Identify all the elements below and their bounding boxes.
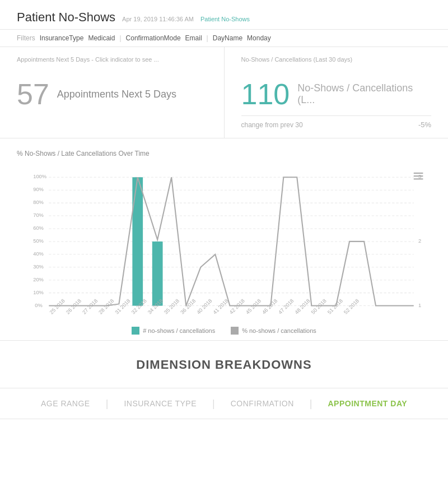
kpi-right: No-Shows / Cancellations (Last 30 days) … — [225, 47, 449, 138]
header-date: Apr 19, 2019 11:46:36 AM — [122, 16, 194, 22]
kpi-change-value: -5% — [418, 120, 431, 129]
svg-text:31 2018: 31 2018 — [114, 298, 132, 316]
filter-insurance-type-key: InsuranceType — [40, 34, 84, 42]
svg-text:35 2018: 35 2018 — [163, 298, 180, 316]
chart-container: .axis-label { font-size: 9px; fill: #aaa… — [17, 164, 431, 321]
svg-text:0%: 0% — [35, 303, 43, 308]
svg-rect-16 — [414, 178, 423, 179]
svg-text:70%: 70% — [33, 212, 44, 218]
tab-insurance-type[interactable]: INSURANCE TYPE — [108, 399, 212, 408]
svg-rect-29 — [152, 242, 163, 306]
kpi-left-text: Appointments Next 5 Days — [57, 89, 176, 100]
chart-title: % No-Shows / Late Cancellations Over Tim… — [17, 150, 431, 157]
svg-text:100%: 100% — [33, 174, 46, 179]
svg-text:10%: 10% — [33, 290, 44, 295]
svg-text:60%: 60% — [33, 225, 44, 231]
bottom-tabs: AGE RANGE | INSURANCE TYPE | CONFIRMATIO… — [0, 388, 448, 419]
svg-text:90%: 90% — [33, 187, 44, 192]
svg-text:26 2018: 26 2018 — [65, 298, 82, 316]
page-title: Patient No-Shows — [17, 10, 115, 25]
svg-text:1: 1 — [418, 303, 421, 308]
header-link[interactable]: Patient No-Shows — [200, 16, 250, 22]
filter-day-name-value: Monday — [247, 34, 271, 42]
filters-label: Filters — [17, 34, 35, 42]
svg-text:41 2018: 41 2018 — [212, 298, 230, 316]
legend-label-2: % no-shows / cancellations — [242, 327, 316, 334]
chart-section: % No-Shows / Late Cancellations Over Tim… — [0, 138, 448, 341]
svg-text:27 2018: 27 2018 — [81, 298, 99, 316]
filter-confirmation-mode-value: Email — [185, 34, 202, 42]
svg-text:46 2018: 46 2018 — [261, 298, 278, 316]
filters-bar: Filters InsuranceType Medicaid | Confirm… — [0, 30, 448, 47]
legend-box-gray — [231, 327, 239, 335]
kpi-left-main: 57 Appointments Next 5 Days — [17, 80, 207, 109]
tab-confirmation[interactable]: CONFIRMATION — [215, 399, 310, 408]
svg-text:52 2018: 52 2018 — [343, 298, 360, 316]
filter-divider-1: | — [119, 34, 121, 42]
svg-text:50 2018: 50 2018 — [310, 298, 328, 316]
svg-text:51 2018: 51 2018 — [326, 298, 344, 316]
svg-text:47 2018: 47 2018 — [277, 298, 295, 316]
svg-text:20%: 20% — [33, 277, 44, 282]
svg-rect-14 — [414, 173, 423, 174]
filter-confirmation-mode-key: ConfirmationMode — [126, 34, 181, 42]
svg-rect-15 — [414, 175, 423, 177]
svg-text:45 2018: 45 2018 — [245, 298, 262, 316]
kpi-right-text: No-Shows / Cancellations (L... — [297, 82, 431, 106]
kpi-left: Appointments Next 5 Days - Click indicat… — [0, 47, 225, 138]
dimension-title: DIMENSION BREAKDOWNS — [17, 358, 431, 372]
dimension-section: DIMENSION BREAKDOWNS — [0, 341, 448, 372]
header: Patient No-Shows Apr 19, 2019 11:46:36 A… — [0, 0, 448, 30]
legend-label-1: # no-shows / cancellations — [143, 327, 215, 334]
svg-text:48 2018: 48 2018 — [294, 298, 311, 316]
tab-appointment-day[interactable]: APPOINTMENT DAY — [312, 399, 423, 408]
chart-svg: .axis-label { font-size: 9px; fill: #aaa… — [17, 164, 431, 321]
svg-text:40%: 40% — [33, 251, 44, 257]
tab-age-range[interactable]: AGE RANGE — [25, 399, 106, 408]
svg-text:40 2018: 40 2018 — [196, 298, 213, 316]
kpi-right-label: No-Shows / Cancellations (Last 30 days) — [241, 56, 432, 63]
filter-divider-2: | — [207, 34, 208, 42]
legend-box-teal — [132, 327, 139, 335]
svg-text:80%: 80% — [33, 200, 44, 205]
chart-legend: # no-shows / cancellations % no-shows / … — [17, 327, 431, 335]
kpi-change-label: change from prev 30 — [241, 121, 303, 129]
svg-text:50%: 50% — [33, 238, 44, 244]
svg-text:28 2018: 28 2018 — [97, 298, 115, 316]
kpi-right-number: 110 — [241, 80, 290, 109]
svg-rect-28 — [132, 177, 143, 305]
svg-text:25 2018: 25 2018 — [49, 298, 66, 316]
svg-text:2: 2 — [418, 238, 421, 244]
svg-text:42 2018: 42 2018 — [228, 298, 246, 316]
filter-insurance-type-value: Medicaid — [88, 34, 115, 42]
kpi-left-number: 57 — [17, 80, 49, 109]
filter-day-name-key: DayName — [213, 34, 242, 42]
legend-item-2: % no-shows / cancellations — [231, 327, 316, 335]
kpi-right-main: 110 No-Shows / Cancellations (L... — [241, 80, 432, 109]
svg-text:30%: 30% — [33, 264, 44, 270]
kpi-left-label: Appointments Next 5 Days - Click indicat… — [17, 56, 207, 63]
kpi-row: Appointments Next 5 Days - Click indicat… — [0, 47, 448, 138]
kpi-change-row: change from prev 30 -5% — [241, 115, 432, 129]
legend-item-1: # no-shows / cancellations — [132, 327, 215, 335]
